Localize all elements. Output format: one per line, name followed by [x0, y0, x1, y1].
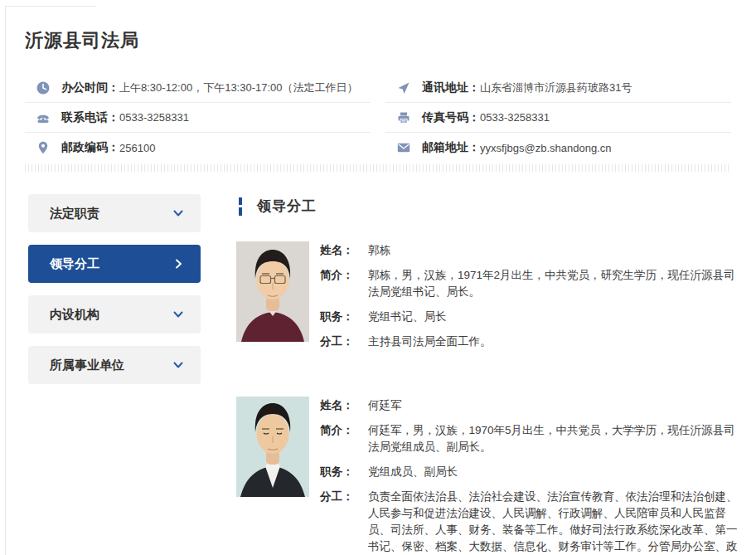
contact-label: 通讯地址：: [422, 80, 480, 95]
contact-row-phone: 联系电话： 0533-3258331: [25, 103, 371, 133]
field-label: 姓名：: [320, 242, 368, 259]
contact-label: 邮政编码：: [61, 140, 119, 155]
paper-plane-icon: [396, 80, 411, 95]
contact-label: 邮箱地址：: [422, 140, 480, 155]
field-label: 分工：: [320, 333, 368, 350]
leader-fields: 姓名： 何廷军 简介： 何廷军，男，汉族，1970年5月出生，中共党员，大学学历…: [320, 397, 738, 555]
leader-duty: 负责全面依法治县、法治社会建设、法治宣传教育、依法治理和法治创建、人民参与和促进…: [368, 489, 738, 555]
sidebar-item-leadership[interactable]: 领导分工: [28, 245, 201, 283]
section-header: 领导分工: [236, 197, 734, 216]
field-bio: 简介： 郭栋，男，汉族，1971年2月出生，中共党员，研究生学历，现任沂源县司法…: [320, 267, 738, 300]
leader-position: 党组书记、局长: [368, 309, 738, 325]
leader-photo: [236, 397, 309, 497]
contact-label: 办公时间：: [61, 80, 119, 95]
sidebar-item-label: 内设机构: [50, 307, 99, 323]
field-duty: 分工： 主持县司法局全面工作。: [320, 333, 738, 350]
page-title: 沂源县司法局: [25, 28, 139, 53]
field-label: 分工：: [320, 489, 368, 555]
contact-value: 0533-3258331: [480, 111, 550, 124]
leader-duty: 主持县司法局全面工作。: [368, 333, 738, 350]
field-label: 职务：: [320, 309, 368, 325]
field-label: 姓名：: [320, 397, 368, 414]
sidebar-item-label: 法定职责: [50, 206, 99, 222]
chevron-down-icon: [172, 309, 184, 320]
leader-profile: 姓名： 郭栋 简介： 郭栋，男，汉族，1971年2月出生，中共党员，研究生学历，…: [236, 241, 734, 358]
field-name: 姓名： 郭栋: [320, 242, 738, 259]
dashed-divider: [25, 164, 731, 172]
field-duty: 分工： 负责全面依法治县、法治社会建设、法治宣传教育、依法治理和法治创建、人民参…: [320, 489, 738, 555]
field-position: 职务： 党组成员、副局长: [320, 464, 738, 480]
sidebar-item-internal-orgs[interactable]: 内设机构: [28, 295, 201, 333]
field-bio: 简介： 何廷军，男，汉族，1970年5月出生，中共党员，大学学历，现任沂源县司法…: [320, 422, 738, 455]
fax-icon: [396, 110, 411, 125]
leader-profile: 姓名： 何廷军 简介： 何廷军，男，汉族，1970年5月出生，中共党员，大学学历…: [236, 397, 734, 555]
location-pin-icon: [36, 140, 51, 155]
chevron-right-icon: [172, 258, 184, 270]
contact-row-email: 邮箱地址： yyxsfjbgs@zb.shandong.cn: [385, 133, 731, 163]
section-marker-bar: [239, 197, 242, 216]
leader-fields: 姓名： 郭栋 简介： 郭栋，男，汉族，1971年2月出生，中共党员，研究生学历，…: [320, 241, 738, 358]
sidebar-item-label: 领导分工: [50, 256, 99, 272]
field-name: 姓名： 何廷军: [320, 397, 738, 414]
sidebar-nav: 法定职责 领导分工 内设机构 所属事业单位: [28, 194, 201, 397]
leader-bio: 郭栋，男，汉族，1971年2月出生，中共党员，研究生学历，现任沂源县司法局党组书…: [368, 267, 738, 300]
contact-row-address: 通讯地址： 山东省淄博市沂源县药玻路31号: [385, 73, 731, 103]
section-title: 领导分工: [257, 197, 317, 216]
leader-photo: [236, 241, 309, 342]
page-left-border: [5, 6, 6, 555]
sidebar-item-label: 所属事业单位: [50, 358, 124, 373]
contact-value: 256100: [119, 142, 155, 154]
chevron-down-icon: [172, 359, 184, 371]
contact-info-grid: 办公时间： 上午8:30-12:00，下午13:30-17:00（法定工作日） …: [25, 73, 731, 163]
page-top-border: [5, 6, 96, 7]
phone-icon: [36, 110, 51, 125]
contact-row-postcode: 邮政编码： 256100: [25, 133, 371, 163]
field-label: 职务：: [320, 464, 368, 480]
leader-bio: 何廷军，男，汉族，1970年5月出生，中共党员，大学学历，现任沂源县司法局党组成…: [368, 422, 738, 455]
leader-position: 党组成员、副局长: [368, 464, 738, 480]
leader-name: 郭栋: [368, 242, 738, 259]
contact-label: 传真号码：: [422, 110, 480, 125]
leader-name: 何廷军: [368, 397, 738, 414]
contact-value: 上午8:30-12:00，下午13:30-17:00（法定工作日）: [119, 80, 358, 95]
contact-value: 山东省淄博市沂源县药玻路31号: [480, 80, 632, 95]
field-position: 职务： 党组书记、局长: [320, 309, 738, 325]
field-label: 简介：: [320, 422, 368, 455]
sidebar-item-statutory-duties[interactable]: 法定职责: [28, 194, 201, 232]
contact-value: 0533-3258331: [119, 111, 189, 124]
contact-row-office-hours: 办公时间： 上午8:30-12:00，下午13:30-17:00（法定工作日）: [25, 73, 371, 103]
sidebar-item-affiliated-units[interactable]: 所属事业单位: [28, 346, 201, 384]
field-label: 简介：: [320, 267, 368, 300]
chevron-down-icon: [172, 207, 184, 219]
envelope-icon: [396, 140, 411, 155]
contact-row-fax: 传真号码： 0533-3258331: [385, 103, 731, 133]
contact-value: yyxsfjbgs@zb.shandong.cn: [480, 142, 611, 154]
clock-icon: [36, 80, 51, 95]
main-content: 领导分工 姓名：: [236, 197, 734, 555]
contact-label: 联系电话：: [61, 110, 119, 125]
